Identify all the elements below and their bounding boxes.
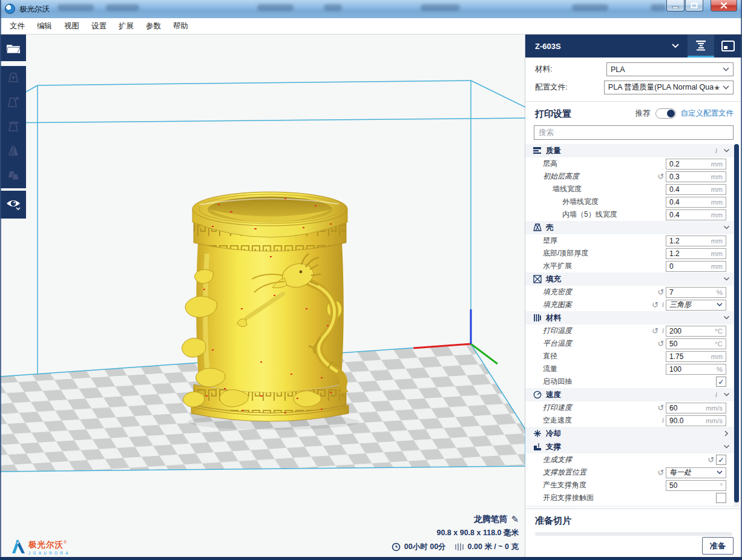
title-bar[interactable]: 极光尔沃 <box>0 0 742 19</box>
star-icon: ★ <box>714 84 720 92</box>
menu-item-扩展[interactable]: 扩展 <box>113 18 140 35</box>
menu-item-参数[interactable]: 参数 <box>140 18 167 35</box>
setting-unit: °C <box>715 340 723 348</box>
3d-scene <box>0 35 525 560</box>
prepare-button[interactable]: 准备 <box>702 537 734 555</box>
setting-input-初始层高度[interactable]: 0.3mm <box>666 171 726 182</box>
menu-item-文件[interactable]: 文件 <box>4 18 31 35</box>
setting-input-平台温度[interactable]: 50°C <box>666 338 726 349</box>
section-title: 壳 <box>546 223 719 233</box>
setting-input-墙线宽度[interactable]: 0.4mm <box>666 184 726 195</box>
chevron-down-icon <box>723 67 729 71</box>
info-icon[interactable]: i <box>714 147 719 156</box>
setting-input-底部/顶部厚度[interactable]: 1.2mm <box>666 248 726 259</box>
setting-input-打印速度[interactable]: 60mm/s <box>666 403 726 413</box>
reset-to-default-icon[interactable]: ↺ <box>656 339 666 348</box>
setting-input-打印温度[interactable]: 200°C <box>666 326 726 337</box>
machine-name[interactable]: Z-603S <box>535 42 561 51</box>
setting-unit: mm <box>711 250 723 257</box>
info-icon[interactable]: i <box>714 390 719 400</box>
setting-row-产生支撑角度: 产生支撑角度50° <box>525 479 735 492</box>
glass-reflection <box>572 4 608 11</box>
setting-input-层高[interactable]: 0.2mm <box>666 159 726 170</box>
menu-item-设置[interactable]: 设置 <box>85 18 113 35</box>
info-icon[interactable]: i <box>660 300 666 309</box>
setting-input-直径[interactable]: 1.75mm <box>666 351 726 362</box>
menu-item-视图[interactable]: 视图 <box>58 18 85 35</box>
section-header-壳[interactable]: 壳 <box>525 221 735 234</box>
setting-checkbox-生成支撑[interactable]: ✓ <box>716 455 726 465</box>
minimize-button[interactable] <box>666 0 685 12</box>
reset-to-default-icon[interactable]: ↺ <box>651 326 660 335</box>
model-info-name-row: 龙腾笔筒 ✎ <box>473 514 519 525</box>
reset-to-default-icon[interactable]: ↺ <box>656 172 666 181</box>
setting-input-产生支撑角度[interactable]: 50° <box>666 480 726 491</box>
profile-dropdown[interactable]: PLA 普通质量(PLA Normal Qua ★ <box>604 81 734 94</box>
setting-checkbox-启动回抽[interactable]: ✓ <box>716 377 726 387</box>
reset-to-default-icon[interactable]: ↺ <box>706 455 716 464</box>
machine-chevron-down-icon[interactable] <box>672 44 679 48</box>
setting-unit: mm <box>711 199 723 206</box>
setting-input-流量[interactable]: 100% <box>666 364 726 375</box>
setting-label: 内墙（5）线宽度 <box>562 209 617 220</box>
mirror-tool-button[interactable] <box>0 139 26 163</box>
setting-input-填充密度[interactable]: 7% <box>666 287 726 298</box>
per-model-settings-icon <box>7 168 20 182</box>
rotate-tool-button[interactable] <box>0 114 26 139</box>
reset-to-default-icon[interactable]: ↺ <box>651 300 660 309</box>
divider <box>525 101 742 102</box>
section-header-材料[interactable]: 材料 <box>525 311 735 324</box>
chevron-left-icon <box>724 430 729 437</box>
setting-label: 外墙线宽度 <box>562 197 599 207</box>
setting-row-初始层高度: 初始层高度↺0.3mm <box>525 170 735 183</box>
per-model-settings-button[interactable] <box>0 163 26 187</box>
setting-label: 打印速度 <box>543 403 572 413</box>
close-button[interactable] <box>711 0 737 12</box>
section-header-填充[interactable]: 填充 <box>525 272 735 286</box>
section-header-冷却[interactable]: 冷却 <box>525 427 735 440</box>
setting-dropdown-填充图案[interactable]: 三角形 <box>666 300 726 311</box>
setting-label: 直径 <box>543 351 557 361</box>
setting-input-空走速度[interactable]: 90.0mm/s <box>666 415 726 426</box>
slice-settings-icon <box>695 39 707 51</box>
setting-checkbox-开启支撑接触面[interactable] <box>716 493 726 503</box>
section-header-质量[interactable]: 质量i <box>525 144 735 157</box>
setting-value: 0.4 <box>669 185 711 194</box>
move-tool-button[interactable] <box>0 66 26 90</box>
move-tool-icon <box>7 71 20 85</box>
setting-dropdown-支撑放置位置[interactable]: 每一处 <box>666 467 726 478</box>
glass-reflection <box>257 4 294 11</box>
chevron-down-icon <box>723 392 730 397</box>
mode-toggle[interactable] <box>655 108 676 119</box>
search-input[interactable] <box>534 125 734 140</box>
viewport-3d[interactable]: 龙腾笔筒 ✎ 90.8 x 90.8 x 118.0 毫米 00小时 00分 0… <box>0 35 525 560</box>
prepare-tab[interactable] <box>688 35 714 58</box>
material-dropdown[interactable]: PLA <box>606 62 734 76</box>
info-icon[interactable]: i <box>660 326 666 335</box>
material-icon <box>533 314 542 322</box>
rename-pencil-icon[interactable]: ✎ <box>511 514 519 525</box>
reset-to-default-icon[interactable]: ↺ <box>656 468 666 477</box>
info-icon[interactable]: i <box>660 416 666 425</box>
setting-input-水平扩展[interactable]: 0mm <box>666 261 726 272</box>
setting-input-外墙线宽度[interactable]: 0.4mm <box>666 197 726 208</box>
maximize-button[interactable] <box>685 0 703 12</box>
chevron-down-icon <box>16 208 20 209</box>
scale-tool-button[interactable] <box>0 90 26 114</box>
section-title: 速度 <box>546 390 709 400</box>
setting-input-内墙（5）线宽度[interactable]: 0.4mm <box>666 209 726 220</box>
monitor-tab[interactable] <box>714 35 742 58</box>
custom-profile-link[interactable]: 自定义配置文件 <box>681 108 734 119</box>
setting-unit: mm <box>711 263 723 270</box>
setting-input-壁厚[interactable]: 1.2mm <box>666 236 726 246</box>
menu-item-帮助[interactable]: 帮助 <box>167 18 194 35</box>
section-header-支撑[interactable]: 支撑 <box>525 440 735 453</box>
scrollbar-thumb[interactable] <box>734 144 739 502</box>
menu-item-编辑[interactable]: 编辑 <box>31 18 58 35</box>
section-header-速度[interactable]: 速度i <box>525 388 735 401</box>
view-mode-button[interactable] <box>0 191 26 219</box>
open-file-button[interactable] <box>0 35 26 61</box>
section-title: 质量 <box>546 146 709 156</box>
reset-to-default-icon[interactable]: ↺ <box>656 403 666 412</box>
reset-to-default-icon[interactable]: ↺ <box>656 288 666 297</box>
